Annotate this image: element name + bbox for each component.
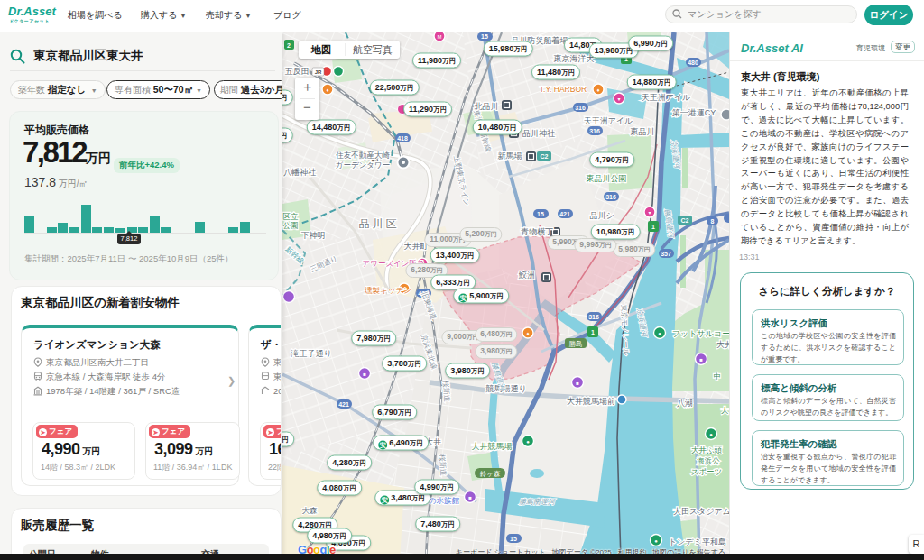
svg-text:東品川: 東品川 <box>631 127 655 136</box>
svg-text:滝王子通り: 滝王子通り <box>291 349 331 358</box>
svg-text:品川区: 品川区 <box>359 217 400 230</box>
svg-text:公園: 公園 <box>283 221 299 230</box>
svg-text:大森: 大森 <box>302 506 319 515</box>
svg-text:15: 15 <box>537 211 544 217</box>
svg-text:勝島: 勝島 <box>569 340 583 348</box>
svg-text:421: 421 <box>338 401 349 408</box>
svg-text:●: ● <box>654 538 658 544</box>
svg-text:フットサルコー: フットサルコー <box>672 329 729 338</box>
svg-text:天王洲アイル: 天王洲アイル <box>584 116 633 125</box>
svg-text:■: ■ <box>576 381 579 386</box>
svg-text:1: 1 <box>651 224 655 230</box>
svg-text:■: ■ <box>363 372 366 377</box>
svg-text:東京海洋大: 東京海洋大 <box>554 54 595 63</box>
svg-text:勝島南運河: 勝島南運河 <box>519 498 557 506</box>
svg-text:海浜公: 海浜公 <box>697 456 720 465</box>
svg-text:五反田: 五反田 <box>285 67 310 76</box>
svg-text:357: 357 <box>661 251 671 257</box>
svg-text:C2: C2 <box>541 153 549 160</box>
svg-text:大田スタジアム: 大田スタジアム <box>673 507 729 516</box>
svg-text:八幡神社: 八幡神社 <box>283 168 316 177</box>
svg-text:▾: ▾ <box>648 210 651 216</box>
svg-text:316: 316 <box>588 314 599 320</box>
svg-text:大: 大 <box>721 406 729 415</box>
svg-text:▾: ▾ <box>617 96 620 102</box>
svg-text:480: 480 <box>688 60 698 66</box>
svg-text:●: ● <box>709 432 713 437</box>
svg-text:燻製キッチン: 燻製キッチン <box>365 286 411 295</box>
svg-text:青物横丁: 青物横丁 <box>521 227 553 236</box>
svg-text:区立: 区立 <box>283 212 300 221</box>
svg-text:中: 中 <box>714 372 722 381</box>
svg-text:トンデミ平和島: トンデミ平和島 <box>669 537 726 546</box>
svg-text:東品川公園: 東品川公園 <box>587 174 627 183</box>
svg-text:鮫洲: 鮫洲 <box>518 271 535 280</box>
svg-text:316: 316 <box>605 194 616 200</box>
svg-text:第一港運CY: 第一港運CY <box>672 108 716 117</box>
svg-text:M: M <box>438 34 442 40</box>
svg-text:品川シ: 品川シ <box>589 211 614 220</box>
svg-text:421: 421 <box>559 211 570 217</box>
svg-text:2: 2 <box>287 42 291 49</box>
svg-text:1: 1 <box>591 329 595 335</box>
svg-text:大井競馬場前: 大井競馬場前 <box>567 397 615 406</box>
svg-text:♦: ♦ <box>326 87 328 93</box>
svg-text:15: 15 <box>510 536 517 542</box>
svg-text:スポーツ: スポーツ <box>691 467 723 476</box>
svg-text:15: 15 <box>481 33 488 40</box>
svg-text:418: 418 <box>397 135 408 142</box>
svg-text:大井競馬場: 大井競馬場 <box>472 442 513 451</box>
svg-text:天王洲アイル: 天王洲アイル <box>642 93 691 102</box>
svg-text:ガーデンタワー: ガーデンタワー <box>336 161 391 170</box>
svg-text:●: ● <box>526 439 530 445</box>
svg-text:大井ふ頭: 大井ふ頭 <box>691 445 723 454</box>
svg-text:T.Y. HARBOR: T.Y. HARBOR <box>540 85 587 94</box>
svg-text:新馬場: 新馬場 <box>498 151 522 161</box>
svg-text:下神明: 下神明 <box>301 231 326 240</box>
svg-text:JR: JR <box>315 69 322 75</box>
svg-text:♦: ♦ <box>596 87 599 93</box>
svg-text:8: 8 <box>711 218 715 225</box>
svg-text:の水族館: の水族館 <box>429 496 460 505</box>
svg-text:■: ■ <box>468 495 472 500</box>
svg-text:♦: ♦ <box>526 331 529 336</box>
svg-text:八潮: 八潮 <box>677 399 693 408</box>
svg-text:品川神社: 品川神社 <box>522 129 555 138</box>
svg-text:鈴ヶ森: 鈴ヶ森 <box>480 470 501 478</box>
svg-text:住友不動産大崎: 住友不動産大崎 <box>335 151 390 160</box>
svg-text:■: ■ <box>699 357 703 363</box>
svg-text:316: 316 <box>589 128 600 134</box>
svg-text:大井: 大井 <box>716 340 729 349</box>
svg-text:316: 316 <box>575 105 586 111</box>
svg-text:●: ● <box>658 331 661 336</box>
svg-text:C2: C2 <box>681 217 689 224</box>
